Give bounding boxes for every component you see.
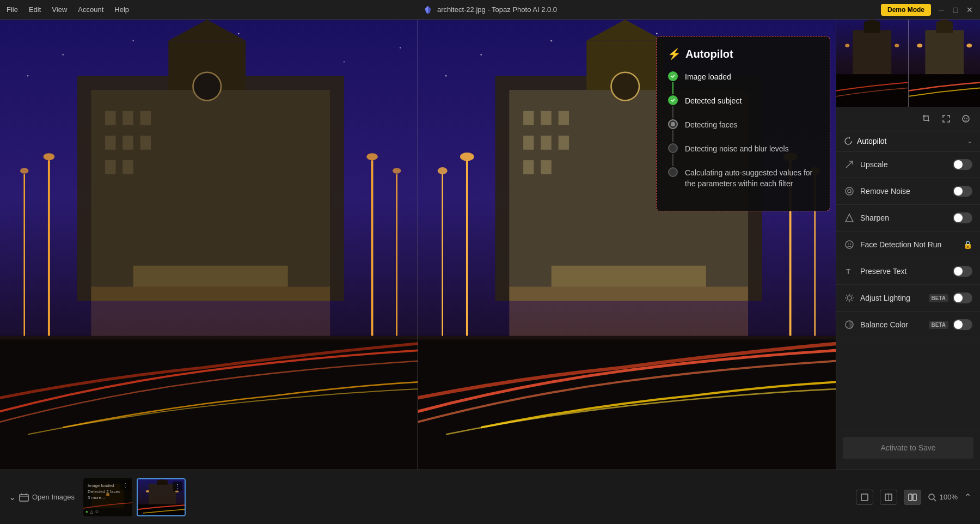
color-toggle[interactable] [953,319,972,330]
svg-point-77 [966,44,972,47]
filter-text-right [953,266,972,277]
autopilot-selector[interactable]: Autopilot ⌄ [836,131,980,151]
filter-sharpen-left: Sharpen [844,212,889,223]
svg-point-35 [656,33,658,35]
svg-rect-12 [105,136,115,150]
menu-view[interactable]: View [52,5,67,14]
filter-preserve-text[interactable]: T Preserve Text [836,258,980,285]
svg-rect-47 [523,160,534,174]
svg-point-53 [460,153,474,161]
svg-point-5 [27,75,29,77]
zoom-icon[interactable] [928,493,936,502]
zoom-chevron-icon[interactable]: ⌃ [964,492,971,502]
autopilot-steps: Image loaded Detected subject [667,71,819,200]
activate-save-container: Activate to Save [836,430,980,470]
close-button[interactable]: ✕ [966,6,973,14]
autopilot-header: ⚡ Autopilot [667,47,819,60]
svg-rect-66 [864,22,880,33]
filter-sharpen[interactable]: Sharpen [836,205,980,231]
svg-rect-43 [559,111,569,125]
crop-icon[interactable] [919,111,934,126]
chevron-down-icon: ⌄ [967,137,972,145]
filter-balance-color[interactable]: Balance Color BETA [836,312,980,338]
menu-account[interactable]: Account [78,5,103,14]
svg-point-6 [400,47,401,48]
thumb-svg-right [909,20,981,107]
filter-lighting-label: Adjust Lighting [860,294,910,302]
svg-rect-100 [861,494,868,501]
noise-toggle[interactable] [953,186,972,197]
svg-rect-11 [140,111,151,125]
expand-icon[interactable] [939,111,954,126]
svg-rect-95 [157,480,168,485]
step-dot-5 [668,167,678,177]
step-label-4: Detecting noise and blur levels [685,143,789,166]
canvas-area[interactable]: ⚡ Autopilot Image loaded [0,20,836,470]
filter-upscale[interactable]: Upscale [836,151,980,178]
lighting-toggle[interactable] [953,293,972,303]
color-toggle-knob [954,320,963,329]
filter-face-left: Face Detection Not Run [844,239,941,250]
minimize-button[interactable]: ─ [938,6,945,14]
single-view-btn[interactable] [856,490,873,505]
svg-rect-75 [909,74,981,107]
step-line-4 [672,154,673,166]
filter-remove-noise[interactable]: Remove Noise [836,178,980,205]
svg-rect-46 [559,136,569,150]
text-toggle-knob [954,267,963,276]
svg-rect-72 [925,30,964,74]
step-image-loaded: Image loaded [667,71,819,95]
activate-save-button[interactable]: Activate to Save [843,437,973,459]
step-line-3 [672,130,673,142]
step-label-1: Image loaded [685,71,731,94]
face-smile-icon[interactable] [958,111,973,126]
svg-point-105 [929,494,934,499]
filmstrip-status-1: ● △ ☺ [85,509,99,514]
sharpen-toggle[interactable] [953,212,972,223]
menu-file[interactable]: File [7,5,18,14]
open-images-label[interactable]: Open Images [32,493,75,501]
svg-rect-45 [541,136,551,150]
filmstrip-item-2[interactable]: ⋮ [137,478,186,516]
filter-color-right: BETA [929,319,972,330]
svg-point-85 [850,243,851,245]
zoom-control: 100% [928,493,958,502]
svg-point-83 [846,241,853,248]
svg-rect-42 [541,111,551,125]
svg-point-76 [917,44,922,47]
svg-rect-68 [836,74,908,107]
menu-help[interactable]: Help [114,5,129,14]
step-connector-4 [667,143,678,167]
filmstrip-item-1[interactable]: ⋮ ● △ ☺ Image loaded Detected 2 faces 3 … [83,478,132,516]
filter-color-label: Balance Color [860,320,908,329]
filter-noise-left: Remove Noise [844,186,910,197]
thumb-right [908,20,981,107]
demo-mode-button[interactable]: Demo Mode [881,4,931,16]
upscale-toggle[interactable] [953,159,972,170]
right-panel: Autopilot ⌄ Upscale [836,20,980,470]
menu-edit[interactable]: Edit [29,5,41,14]
split-compare-btn[interactable] [880,490,897,505]
filter-upscale-right [953,159,972,170]
filters-list: Upscale Remove Noise [836,151,980,430]
filter-adjust-lighting[interactable]: Adjust Lighting BETA [836,285,980,312]
filmstrip-more-btn-2[interactable]: ⋮ [173,482,182,491]
text-toggle[interactable] [953,266,972,277]
svg-point-4 [344,61,345,63]
svg-point-19 [193,72,221,101]
step-label-2: Detected subject [685,95,742,118]
maximize-button[interactable]: □ [952,6,959,14]
filmstrip-more-btn-1[interactable]: ⋮ [120,480,130,490]
autopilot-refresh-icon [844,137,853,145]
filter-text-label: Preserve Text [860,267,906,276]
adjust-lighting-icon [844,293,855,303]
filter-upscale-left: Upscale [844,159,888,170]
step-connector-5 [667,167,678,177]
open-images-area[interactable]: ⌄ Open Images [9,492,75,502]
side-by-side-btn[interactable] [904,490,921,505]
filter-face-detection[interactable]: Face Detection Not Run 🔒 [836,231,980,258]
thumb-left [836,20,908,107]
svg-point-87 [847,296,852,300]
preview-thumbnail [836,20,980,107]
menu-bar: File Edit View Account Help [7,5,129,14]
